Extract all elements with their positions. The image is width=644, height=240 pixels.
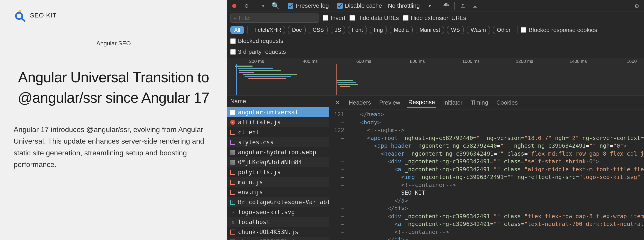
filter-bar: ▽ Invert Hide data URLs Hide extension U… [227,12,644,24]
request-row[interactable]: client [227,127,329,137]
search-icon[interactable]: 🔍 [271,2,280,10]
clear-button[interactable]: ⊘ [242,2,251,10]
chip-other[interactable]: Other [493,26,514,34]
disable-cache-checkbox[interactable]: Disable cache [337,2,382,9]
chip-wasm[interactable]: Wasm [467,26,490,34]
timeline-bar [340,86,350,87]
chip-doc[interactable]: Doc [288,26,306,34]
request-row[interactable]: 0*jLKc9qAJotWNTm84 [227,157,329,167]
timeline-marker [336,64,336,95]
timeline-bar [239,70,281,71]
tab-preview[interactable]: Preview [378,98,401,108]
timeline-bar [338,84,358,85]
blocked-cookies-checkbox[interactable]: Blocked response cookies [521,26,597,33]
article-description: Angular 17 introduces @angular/ssr, evol… [14,124,214,170]
response-body[interactable]: 121 — 122 — — — — — — — — — — — — — — — … [329,110,644,240]
timeline-tick: 1200 ms [516,59,534,64]
request-row[interactable]: env.mjs [227,187,329,197]
filter-input[interactable] [239,15,316,21]
tab-headers[interactable]: Headers [348,98,372,108]
chip-manifest[interactable]: Manifest [416,26,444,34]
divider [438,2,438,9]
brand-logo-icon [14,9,26,22]
tab-response[interactable]: Response [408,97,436,108]
tab-initiator[interactable]: Initiator [442,98,463,108]
timeline-tick: 1400 ms [570,59,587,64]
tab-timing[interactable]: Timing [470,98,489,108]
request-rows: angular-universal✕affiliate.jsclientstyl… [227,107,329,240]
funnel-icon: ▽ [234,15,236,21]
request-row[interactable]: chunk-O5IFHRID.js [227,237,329,240]
request-row[interactable]: angular-hydration.webp [227,147,329,157]
chip-js[interactable]: JS [331,26,345,34]
request-name: angular-universal [238,109,298,116]
timeline-tick: 400 ms [303,59,318,64]
request-name: 0*jLKc9qAJotWNTm84 [238,159,302,166]
request-name: env.mjs [238,189,263,196]
request-name: localhost [238,219,270,226]
request-row[interactable]: ✕affiliate.js [227,117,329,127]
request-row[interactable]: chunk-UOL4K53N.js [227,227,329,237]
invert-checkbox[interactable]: Invert [323,14,346,21]
chevron-down-icon[interactable]: ▾ [426,2,434,10]
chip-img[interactable]: Img [370,26,387,34]
code-content: </head> <body> <!--nghm--> <app-root _ng… [346,110,644,240]
svg-line-1 [21,18,24,21]
chip-media[interactable]: Media [390,26,412,34]
record-button[interactable] [230,2,238,10]
settings-gear-icon[interactable]: ⚙ [633,2,641,10]
request-name: chunk-O5IFHRID.js [238,239,298,240]
chip-fetchxhr[interactable]: Fetch/XHR [251,26,285,34]
request-name: polyfills.js [238,169,281,176]
third-party-checkbox[interactable]: 3rd-party requests [230,48,286,55]
request-row[interactable]: angular-universal [227,107,329,117]
request-row[interactable]: polyfills.js [227,167,329,177]
divider [518,26,518,33]
hide-extension-urls-checkbox[interactable]: Hide extension URLs [403,14,466,21]
divider [255,2,255,9]
close-details-button[interactable]: × [334,99,342,106]
request-list: Name angular-universal✕affiliate.jsclien… [227,95,329,240]
timeline-bar [243,74,297,75]
article-category: Angular SEO [14,40,214,47]
request-row[interactable]: ◇logo-seo-kit.svg [227,207,329,217]
timeline-bar [337,80,353,81]
filter-input-wrap[interactable]: ▽ [230,13,319,23]
hide-data-urls-checkbox[interactable]: Hide data URLs [350,14,399,21]
devtools-network-panel: ⊘ ▾ 🔍 Preserve log Disable cache No thro… [227,0,644,240]
timeline-tick: 800 ms [410,59,425,64]
timeline-bar [337,82,356,83]
network-conditions-icon[interactable] [442,2,450,10]
download-har-icon[interactable] [471,2,479,10]
request-name: styles.css [238,139,274,146]
request-row[interactable]: main.js [227,177,329,187]
chip-css[interactable]: CSS [309,26,328,34]
timeline-graph [227,64,644,95]
request-row[interactable]: ⇅localhost [227,217,329,227]
chip-ws[interactable]: WS [447,26,464,34]
type-filter-row: All Fetch/XHR Doc CSS JS Font Img Media … [227,24,644,46]
request-name: angular-hydration.webp [238,149,316,156]
network-timeline[interactable]: 200 ms400 ms600 ms800 ms1000 ms1200 ms14… [227,58,644,95]
request-name: chunk-UOL4K53N.js [238,229,298,236]
timeline-tick: 1600 [627,59,637,64]
brand-name: SEO KIT [30,12,56,19]
timeline-tick: 200 ms [249,59,264,64]
network-split: Name angular-universal✕affiliate.jsclien… [227,95,644,240]
throttling-select[interactable]: No throttling [386,1,422,10]
chip-font[interactable]: Font [348,26,367,34]
third-party-row: 3rd-party requests [227,46,644,58]
column-name-header[interactable]: Name [227,95,329,107]
blocked-requests-checkbox[interactable]: Blocked requests [230,37,283,44]
request-row[interactable]: styles.css [227,137,329,147]
chip-all[interactable]: All [230,26,244,34]
timeline-marker [236,64,237,95]
filter-toggle-icon[interactable]: ▾ [259,2,267,10]
timeline-bar [244,76,292,77]
tab-cookies[interactable]: Cookies [496,98,519,108]
upload-har-icon[interactable] [459,2,467,10]
timeline-tick: 1000 ms [462,59,480,64]
request-row[interactable]: TBricolageGrotesque-VariableFo… [227,197,329,207]
timeline-ruler: 200 ms400 ms600 ms800 ms1000 ms1200 ms14… [227,58,644,64]
preserve-log-checkbox[interactable]: Preserve log [288,2,329,9]
